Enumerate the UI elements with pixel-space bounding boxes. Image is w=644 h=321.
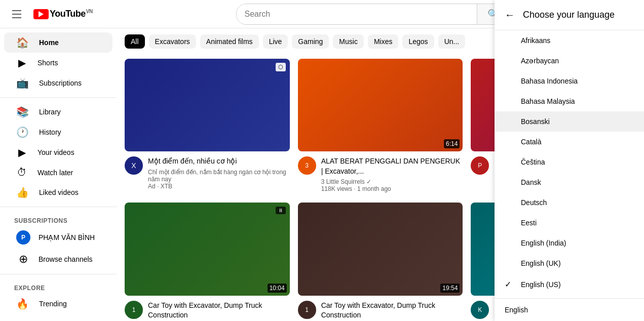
- sidebar-item-home[interactable]: 🏠 Home: [4, 32, 112, 53]
- your-videos-icon: ▶: [16, 146, 27, 158]
- language-item-english-india[interactable]: English (India): [495, 233, 644, 253]
- sidebar-item-shorts[interactable]: ▶ Shorts: [4, 53, 112, 73]
- language-item-afrikaans[interactable]: Afrikaans: [495, 30, 644, 51]
- liked-videos-icon: 👍: [16, 186, 29, 198]
- video-thumbnail: 19:54: [298, 203, 463, 295]
- share-icon: ⬡: [276, 63, 286, 71]
- language-item-azerbaycan[interactable]: Azərbaycan: [495, 51, 644, 71]
- chip-un[interactable]: Un...: [438, 34, 466, 49]
- video-meta: Car Toy with Excavator, Dump Truck Const…: [148, 301, 290, 321]
- channel-avatar: P: [471, 156, 489, 175]
- logo[interactable]: YouTubeVN: [33, 9, 93, 19]
- chip-animated-films[interactable]: Animated films: [200, 34, 259, 49]
- browse-channels-item[interactable]: ⊕ Browse channels: [4, 249, 112, 270]
- chip-excavators[interactable]: Excavators: [149, 34, 196, 49]
- channel-avatar: 3: [298, 156, 316, 175]
- sidebar-item-library[interactable]: 📚 Library: [4, 102, 112, 122]
- language-item-eesti[interactable]: Eesti: [495, 213, 644, 233]
- logo-text: YouTubeVN: [50, 9, 93, 19]
- explore-title: EXPLORE: [0, 278, 117, 294]
- video-title: Car Toy with Excavator, Dump Truck Const…: [148, 301, 290, 320]
- divider-3: [0, 274, 117, 274]
- language-item-cestina[interactable]: Čeština: [495, 152, 644, 172]
- subscription-avatar: P: [16, 230, 30, 245]
- sidebar-item-your-videos[interactable]: ▶ Your videos: [4, 142, 112, 163]
- channel-avatar: 1: [298, 301, 316, 319]
- video-ad-label: Ad · XTB: [148, 183, 290, 190]
- video-meta: Một điểm đến, nhiều cơ hội Chỉ một điểm …: [148, 156, 290, 190]
- add-icon: ⊕: [16, 253, 30, 266]
- channel-avatar: 1: [125, 301, 143, 319]
- video-channel: 3 Little Squirrels ✓: [321, 178, 463, 185]
- video-title: Car Toy with Excavator, Dump Truck Const…: [321, 301, 463, 320]
- sidebar-item-watch-later[interactable]: ⏱ Watch later: [4, 163, 112, 182]
- video-card[interactable]: ⬡ X Một điểm đến, nhiều cơ hội Chỉ một đ…: [125, 59, 290, 194]
- language-list: Afrikaans Azərbaycan Bahasa Indonesia Ba…: [495, 30, 644, 298]
- sidebar-item-subscriptions[interactable]: 📺 Subscriptions: [4, 73, 112, 93]
- video-card[interactable]: 10:04 ⏸ 1 Car Toy with Excavator, Dump T…: [125, 203, 290, 321]
- video-info: 1 Car Toy with Excavator, Dump Truck Con…: [125, 296, 290, 321]
- check-icon: ✓: [505, 279, 515, 289]
- language-item-bahasa-indonesia[interactable]: Bahasa Indonesia: [495, 71, 644, 91]
- video-meta: Car Toy with Excavator, Dump Truck Const…: [321, 301, 463, 321]
- divider-2: [0, 207, 117, 207]
- chip-mixes[interactable]: Mixes: [368, 34, 399, 49]
- video-info: 3 ALAT BERAT PENGGALI DAN PENGERUK | Exc…: [298, 151, 463, 194]
- video-duration: 19:54: [440, 284, 460, 293]
- divider-1: [0, 97, 117, 98]
- video-info: X Một điểm đến, nhiều cơ hội Chỉ một điể…: [125, 151, 290, 192]
- search-bar: 🔍: [236, 4, 510, 25]
- watch-later-icon: ⏱: [16, 167, 27, 178]
- video-duration: 10:04: [268, 284, 287, 293]
- sidebar-item-liked-videos[interactable]: 👍 Liked videos: [4, 182, 112, 203]
- video-title: ALAT BERAT PENGGALI DAN PENGERUK | Excav…: [321, 156, 463, 176]
- pause-badge: ⏸: [276, 207, 286, 214]
- video-stats: 118K views · 1 month ago: [321, 185, 463, 192]
- language-item-bosanski[interactable]: Bosanski: [495, 111, 644, 132]
- shorts-icon: ▶: [16, 57, 27, 69]
- language-item-dansk[interactable]: Dansk: [495, 172, 644, 192]
- chip-music[interactable]: Music: [333, 34, 364, 49]
- header-left: YouTubeVN: [8, 6, 109, 22]
- language-item-english-uk[interactable]: English (UK): [495, 253, 644, 273]
- trending-icon: 🔥: [16, 298, 29, 310]
- chip-legos[interactable]: Legos: [402, 34, 434, 49]
- video-thumbnail: 10:04 ⏸: [125, 203, 290, 295]
- subscription-pham-van-binh[interactable]: P PHẠM VĂN BÌNH: [4, 226, 112, 249]
- video-info: 1 Car Toy with Excavator, Dump Truck Con…: [298, 296, 463, 321]
- language-item-english-us[interactable]: ✓ English (US): [495, 273, 644, 295]
- language-panel: ← Choose your language Afrikaans Azərbay…: [495, 28, 644, 321]
- home-icon: 🏠: [16, 36, 29, 49]
- video-thumbnail: ⬡: [125, 59, 290, 151]
- channel-avatar: K: [471, 301, 489, 319]
- chip-live[interactable]: Live: [263, 34, 288, 49]
- chip-all[interactable]: All: [125, 34, 145, 49]
- search-input[interactable]: [237, 4, 477, 24]
- sidebar-item-history[interactable]: 🕐 History: [4, 122, 112, 142]
- history-icon: 🕐: [16, 126, 29, 138]
- chip-gaming[interactable]: Gaming: [292, 34, 329, 49]
- video-thumbnail: 6:14: [298, 59, 463, 151]
- library-icon: 📚: [16, 106, 29, 118]
- sidebar: 🏠 Home ▶ Shorts 📺 Subscriptions 📚 Librar…: [0, 28, 117, 321]
- video-card[interactable]: 19:54 1 Car Toy with Excavator, Dump Tru…: [298, 203, 463, 321]
- channel-avatar: X: [125, 156, 143, 175]
- video-card[interactable]: 6:14 3 ALAT BERAT PENGGALI DAN PENGERUK …: [298, 59, 463, 194]
- video-title: Một điểm đến, nhiều cơ hội: [148, 156, 290, 167]
- video-subtitle: Chỉ một điểm đến, nắm bắt hàng ngàn cơ h…: [148, 169, 290, 183]
- subscriptions-icon: 📺: [16, 77, 29, 89]
- subscriptions-title: SUBSCRIPTIONS: [0, 211, 117, 226]
- sidebar-item-trending[interactable]: 🔥 Trending: [4, 294, 112, 314]
- video-duration: 6:14: [444, 139, 460, 148]
- language-item-catala[interactable]: Català: [495, 132, 644, 152]
- body: 🏠 Home ▶ Shorts 📺 Subscriptions 📚 Librar…: [0, 28, 644, 321]
- menu-button[interactable]: [8, 6, 25, 22]
- youtube-logo-icon: [33, 9, 49, 19]
- video-meta: ALAT BERAT PENGGALI DAN PENGERUK | Excav…: [321, 156, 463, 192]
- english-bottom-bar: English: [495, 298, 644, 321]
- language-item-bahasa-malaysia[interactable]: Bahasa Malaysia: [495, 91, 644, 111]
- language-item-deutsch[interactable]: Deutsch: [495, 192, 644, 213]
